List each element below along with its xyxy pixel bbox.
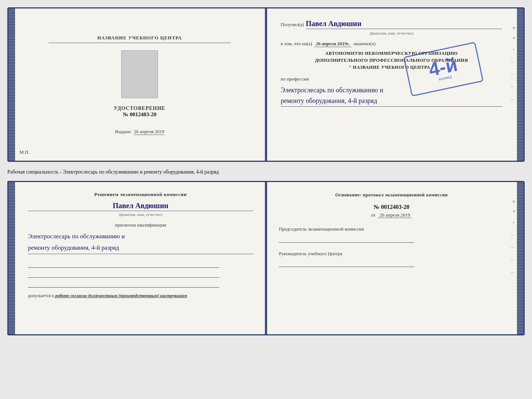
- rukovoditel-sig-line: [279, 259, 414, 267]
- edge-dash4: –: [511, 97, 515, 101]
- cert-number: № 0012403-20: [114, 111, 165, 118]
- predsedatel-sig-line: [279, 235, 414, 243]
- edge-dash1: –: [511, 59, 515, 64]
- bottom-document: Решением экзаменационной комиссии Павел …: [7, 181, 525, 335]
- udostoverenie-label: УДОСТОВЕРЕНИЕ: [114, 106, 165, 111]
- ot-label: от: [371, 212, 375, 218]
- edge-dash8: –: [511, 270, 515, 274]
- bottom-left-panel: Решением экзаменационной комиссии Павел …: [8, 182, 266, 334]
- profession-top: Электрослесарь по обслуживанию и ремонту…: [281, 85, 502, 107]
- poluchil-label: Получил(а): [281, 22, 304, 28]
- rukovoditel-label: Руководитель учебного Центра: [279, 250, 504, 257]
- osnovaniye-title: Основание: протокол экзаменационной коми…: [279, 191, 504, 199]
- edge-arrow2: ←: [511, 220, 515, 224]
- dopuskaetsya-block: допускается к работе согласно должностны…: [28, 293, 253, 299]
- fio-hint-top: (фамилия, имя, отчество): [281, 31, 502, 35]
- profession-line2: ремонту оборудования, 4-й разряд: [281, 96, 502, 106]
- okonchil-label: окончил(а): [353, 41, 375, 47]
- sig-line-3: [28, 279, 219, 288]
- fio-hint-bottom: (фамилия, имя, отчество): [28, 212, 253, 217]
- edge-и: и: [511, 27, 515, 29]
- edge-dash5: –: [511, 232, 515, 237]
- training-center-top: НАЗВАНИЕ УЧЕБНОГО ЦЕНТРА: [48, 35, 231, 43]
- edge-dash3: –: [511, 84, 515, 89]
- vydano-date: 26 апреля 2019: [134, 129, 164, 135]
- protocol-number: № 0012403-20: [279, 204, 504, 210]
- edge-dash7: –: [511, 257, 515, 262]
- edge-arrow: ←: [511, 47, 515, 51]
- udostoverenie-block: УДОСТОВЕРЕНИЕ № 0012403-20: [114, 106, 165, 118]
- mp-label: М.П.: [19, 149, 29, 155]
- right-edge-bottom: и а ← – – – –: [511, 200, 515, 275]
- vtom-date: 26 апреля 2019г.: [314, 41, 352, 47]
- dopuskaetsya-label: допускается к: [28, 293, 54, 298]
- qualification-line2: ремонту оборудования, 4-й разряд: [28, 242, 253, 254]
- photo-placeholder: [121, 50, 158, 98]
- bottom-right-panel: Основание: протокол экзаменационной коми…: [266, 182, 524, 334]
- qualification-bottom: Электрослесарь по обслуживанию и ремонту…: [28, 231, 253, 254]
- predsedatel-label: Председатель экзаменационной комиссии: [279, 225, 504, 233]
- signature-lines: [28, 260, 253, 288]
- edge-а2: а: [511, 210, 515, 212]
- profession-line1: Электрослесарь по обслуживанию и: [281, 85, 502, 96]
- resolution-title: Решением экзаменационной комиссии: [28, 191, 253, 198]
- rukovoditel-block: Руководитель учебного Центра: [279, 250, 504, 267]
- sig-line-2: [28, 270, 219, 278]
- ot-date-val: 26 апреля 2019: [378, 212, 412, 218]
- top-document: НАЗВАНИЕ УЧЕБНОГО ЦЕНТРА УДОСТОВЕРЕНИЕ №…: [7, 7, 525, 162]
- vtom-label: в том, что он(а): [281, 41, 312, 47]
- vydano-line: Выдано 26 апреля 2019: [115, 129, 164, 135]
- stamp-inner: 4-й разряд: [427, 55, 460, 84]
- dopuskaetsya-val: работе согласно должностным (производств…: [55, 293, 187, 298]
- prisvoena-label: присвоена квалификация: [28, 222, 253, 228]
- top-right-panel: Получил(а) Павел Авдюшин (фамилия, имя, …: [266, 8, 524, 161]
- vydano-label: Выдано: [115, 129, 131, 134]
- edge-а: а: [511, 37, 515, 39]
- qualification-line1: Электрослесарь по обслуживанию и: [28, 231, 253, 242]
- recipient-name: Павел Авдюшин: [306, 19, 502, 29]
- ot-date: от 26 апреля 2019: [279, 212, 504, 218]
- binding-right: [517, 8, 524, 161]
- edge-и2: и: [511, 200, 515, 203]
- poluchil-line: Получил(а) Павел Авдюшин: [281, 19, 502, 29]
- edge-dash2: –: [511, 72, 515, 76]
- right-edge-top: и а ← – – – –: [511, 27, 515, 101]
- predsedatel-block: Председатель экзаменационной комиссии: [279, 225, 504, 243]
- edge-dash6: –: [511, 245, 515, 249]
- between-label: Рабочая специальность - Электрослесарь п…: [7, 165, 525, 177]
- binding-bottom-right: [517, 182, 524, 334]
- sig-line-1: [28, 260, 219, 268]
- bottom-name: Павел Авдюшин: [28, 202, 253, 210]
- top-left-panel: НАЗВАНИЕ УЧЕБНОГО ЦЕНТРА УДОСТОВЕРЕНИЕ №…: [8, 8, 266, 161]
- page-wrapper: НАЗВАНИЕ УЧЕБНОГО ЦЕНТРА УДОСТОВЕРЕНИЕ №…: [7, 7, 525, 335]
